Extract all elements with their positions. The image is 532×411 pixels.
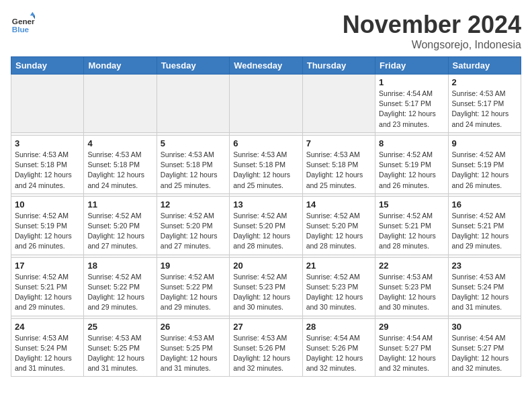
calendar-week-5: 24Sunrise: 4:53 AM Sunset: 5:24 PM Dayli… <box>11 318 521 377</box>
day-number: 29 <box>379 322 444 332</box>
calendar-cell: 14Sunrise: 4:52 AM Sunset: 5:20 PM Dayli… <box>302 196 375 255</box>
day-info: Sunrise: 4:53 AM Sunset: 5:25 PM Dayligh… <box>161 333 226 374</box>
day-info: Sunrise: 4:54 AM Sunset: 5:26 PM Dayligh… <box>306 333 371 374</box>
weekday-header-saturday: Saturday <box>448 57 521 75</box>
day-info: Sunrise: 4:53 AM Sunset: 5:18 PM Dayligh… <box>161 150 226 191</box>
day-info: Sunrise: 4:53 AM Sunset: 5:17 PM Dayligh… <box>452 89 517 130</box>
day-number: 24 <box>15 322 80 332</box>
day-info: Sunrise: 4:53 AM Sunset: 5:24 PM Dayligh… <box>15 333 80 374</box>
calendar-cell: 15Sunrise: 4:52 AM Sunset: 5:21 PM Dayli… <box>375 196 448 255</box>
calendar-cell <box>230 75 302 133</box>
weekday-header-wednesday: Wednesday <box>230 57 302 75</box>
calendar-cell: 27Sunrise: 4:53 AM Sunset: 5:26 PM Dayli… <box>230 318 302 377</box>
day-info: Sunrise: 4:53 AM Sunset: 5:18 PM Dayligh… <box>15 150 80 191</box>
calendar-cell: 16Sunrise: 4:52 AM Sunset: 5:21 PM Dayli… <box>448 196 521 255</box>
calendar-cell: 29Sunrise: 4:54 AM Sunset: 5:27 PM Dayli… <box>375 318 448 377</box>
day-info: Sunrise: 4:52 AM Sunset: 5:20 PM Dayligh… <box>306 211 371 252</box>
calendar-cell: 18Sunrise: 4:52 AM Sunset: 5:22 PM Dayli… <box>84 257 157 316</box>
calendar-cell: 19Sunrise: 4:52 AM Sunset: 5:22 PM Dayli… <box>157 257 229 316</box>
day-number: 13 <box>233 199 298 210</box>
calendar-cell: 8Sunrise: 4:52 AM Sunset: 5:19 PM Daylig… <box>375 135 448 193</box>
weekday-header-thursday: Thursday <box>302 57 375 75</box>
weekday-header-friday: Friday <box>375 57 448 75</box>
day-info: Sunrise: 4:52 AM Sunset: 5:22 PM Dayligh… <box>161 272 226 313</box>
day-number: 18 <box>87 261 152 271</box>
calendar-cell: 11Sunrise: 4:52 AM Sunset: 5:20 PM Dayli… <box>84 196 157 255</box>
day-info: Sunrise: 4:54 AM Sunset: 5:17 PM Dayligh… <box>379 89 444 130</box>
day-number: 21 <box>306 261 371 271</box>
day-info: Sunrise: 4:52 AM Sunset: 5:21 PM Dayligh… <box>452 211 517 252</box>
day-number: 28 <box>306 322 371 332</box>
calendar-cell: 22Sunrise: 4:53 AM Sunset: 5:23 PM Dayli… <box>375 257 448 316</box>
day-number: 10 <box>15 199 80 210</box>
calendar-cell: 10Sunrise: 4:52 AM Sunset: 5:19 PM Dayli… <box>11 196 84 255</box>
calendar-cell: 23Sunrise: 4:53 AM Sunset: 5:24 PM Dayli… <box>448 257 521 316</box>
title-block: November 2024 Wongsorejo, Indonesia <box>343 11 521 51</box>
day-number: 26 <box>161 322 226 332</box>
day-number: 4 <box>87 138 152 148</box>
day-number: 20 <box>233 261 298 271</box>
day-info: Sunrise: 4:52 AM Sunset: 5:23 PM Dayligh… <box>306 272 371 313</box>
day-info: Sunrise: 4:52 AM Sunset: 5:22 PM Dayligh… <box>87 272 152 313</box>
calendar-week-2: 3Sunrise: 4:53 AM Sunset: 5:18 PM Daylig… <box>11 135 521 193</box>
day-number: 7 <box>306 138 371 148</box>
day-info: Sunrise: 4:53 AM Sunset: 5:18 PM Dayligh… <box>306 150 371 191</box>
day-number: 11 <box>87 199 152 210</box>
calendar-week-3: 10Sunrise: 4:52 AM Sunset: 5:19 PM Dayli… <box>11 196 521 255</box>
calendar-cell: 17Sunrise: 4:52 AM Sunset: 5:21 PM Dayli… <box>11 257 84 316</box>
day-number: 27 <box>233 322 298 332</box>
day-info: Sunrise: 4:53 AM Sunset: 5:26 PM Dayligh… <box>233 333 298 374</box>
day-number: 30 <box>452 322 517 332</box>
calendar-header-row: SundayMondayTuesdayWednesdayThursdayFrid… <box>11 57 521 75</box>
calendar-cell: 9Sunrise: 4:52 AM Sunset: 5:19 PM Daylig… <box>448 135 521 193</box>
day-number: 14 <box>306 199 371 210</box>
svg-text:Blue: Blue <box>12 25 30 34</box>
calendar-cell: 20Sunrise: 4:52 AM Sunset: 5:23 PM Dayli… <box>230 257 302 316</box>
calendar-cell: 6Sunrise: 4:53 AM Sunset: 5:18 PM Daylig… <box>230 135 302 193</box>
svg-marker-2 <box>30 12 35 15</box>
calendar-cell: 24Sunrise: 4:53 AM Sunset: 5:24 PM Dayli… <box>11 318 84 377</box>
day-info: Sunrise: 4:52 AM Sunset: 5:19 PM Dayligh… <box>452 150 517 191</box>
calendar-cell: 12Sunrise: 4:52 AM Sunset: 5:20 PM Dayli… <box>157 196 229 255</box>
calendar-cell <box>11 75 84 133</box>
day-number: 9 <box>452 138 517 148</box>
day-info: Sunrise: 4:54 AM Sunset: 5:27 PM Dayligh… <box>379 333 444 374</box>
day-info: Sunrise: 4:53 AM Sunset: 5:18 PM Dayligh… <box>233 150 298 191</box>
day-number: 2 <box>452 77 517 87</box>
logo-icon: General Blue <box>11 11 35 35</box>
location-subtitle: Wongsorejo, Indonesia <box>343 39 521 51</box>
page-header: General Blue November 2024 Wongsorejo, I… <box>11 11 521 51</box>
day-info: Sunrise: 4:52 AM Sunset: 5:20 PM Dayligh… <box>161 211 226 252</box>
logo: General Blue <box>11 11 35 35</box>
day-number: 25 <box>87 322 152 332</box>
calendar-cell: 21Sunrise: 4:52 AM Sunset: 5:23 PM Dayli… <box>302 257 375 316</box>
day-number: 23 <box>452 261 517 271</box>
calendar-cell: 5Sunrise: 4:53 AM Sunset: 5:18 PM Daylig… <box>157 135 229 193</box>
calendar-week-4: 17Sunrise: 4:52 AM Sunset: 5:21 PM Dayli… <box>11 257 521 316</box>
day-info: Sunrise: 4:52 AM Sunset: 5:20 PM Dayligh… <box>87 211 152 252</box>
day-info: Sunrise: 4:53 AM Sunset: 5:24 PM Dayligh… <box>452 272 517 313</box>
day-info: Sunrise: 4:52 AM Sunset: 5:20 PM Dayligh… <box>233 211 298 252</box>
weekday-header-monday: Monday <box>84 57 157 75</box>
day-info: Sunrise: 4:53 AM Sunset: 5:18 PM Dayligh… <box>87 150 152 191</box>
calendar-week-1: 1Sunrise: 4:54 AM Sunset: 5:17 PM Daylig… <box>11 75 521 133</box>
day-info: Sunrise: 4:52 AM Sunset: 5:19 PM Dayligh… <box>379 150 444 191</box>
day-number: 22 <box>379 261 444 271</box>
calendar-cell <box>157 75 229 133</box>
day-number: 6 <box>233 138 298 148</box>
calendar-cell <box>84 75 157 133</box>
day-number: 3 <box>15 138 80 148</box>
month-title: November 2024 <box>343 11 521 39</box>
calendar-cell: 25Sunrise: 4:53 AM Sunset: 5:25 PM Dayli… <box>84 318 157 377</box>
calendar-table: SundayMondayTuesdayWednesdayThursdayFrid… <box>11 56 521 377</box>
calendar-cell <box>302 75 375 133</box>
calendar-cell: 3Sunrise: 4:53 AM Sunset: 5:18 PM Daylig… <box>11 135 84 193</box>
day-number: 12 <box>161 199 226 210</box>
calendar-cell: 26Sunrise: 4:53 AM Sunset: 5:25 PM Dayli… <box>157 318 229 377</box>
calendar-cell: 4Sunrise: 4:53 AM Sunset: 5:18 PM Daylig… <box>84 135 157 193</box>
calendar-cell: 7Sunrise: 4:53 AM Sunset: 5:18 PM Daylig… <box>302 135 375 193</box>
day-info: Sunrise: 4:52 AM Sunset: 5:21 PM Dayligh… <box>379 211 444 252</box>
day-number: 15 <box>379 199 444 210</box>
day-number: 17 <box>15 261 80 271</box>
day-info: Sunrise: 4:53 AM Sunset: 5:23 PM Dayligh… <box>379 272 444 313</box>
